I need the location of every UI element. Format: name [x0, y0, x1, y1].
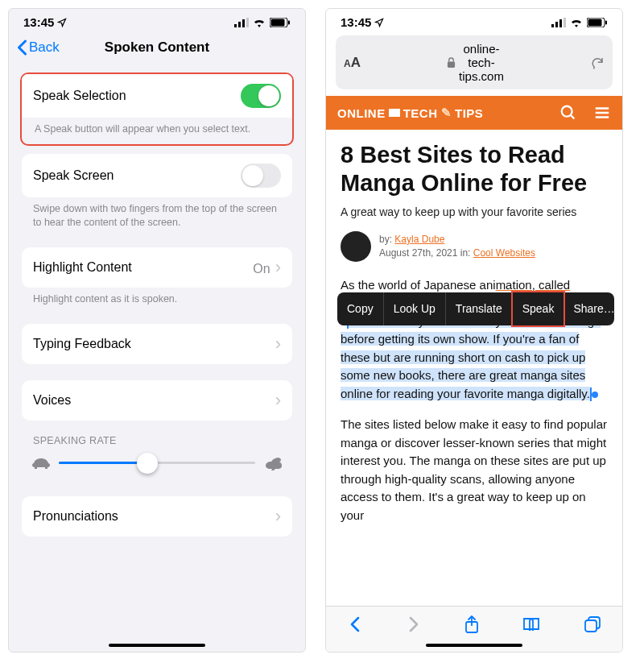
home-indicator[interactable]: [426, 644, 522, 647]
tabs-icon[interactable]: [584, 615, 601, 633]
highlight-content-value: On: [253, 262, 270, 276]
location-icon: [57, 18, 67, 27]
avatar: [341, 231, 371, 262]
nav-bar: Back Spoken Content: [9, 32, 305, 66]
nav-forward-icon: [406, 616, 422, 632]
chevron-right-icon: ›: [275, 390, 281, 411]
article: 8 Best Sites to Read Manga Online for Fr…: [326, 130, 622, 524]
pronunciations-label: Pronunciations: [33, 509, 118, 524]
back-label: Back: [29, 39, 60, 56]
paragraph-1[interactable]: As the world of Japanese animation, call…: [341, 276, 608, 404]
speak-selection-highlight: Speak Selection A Speak button will appe…: [20, 73, 294, 146]
back-button[interactable]: Back: [17, 39, 60, 56]
signal-icon: [551, 18, 566, 27]
svg-rect-12: [588, 19, 602, 26]
signal-icon: [234, 18, 249, 27]
chevron-right-icon: ›: [275, 506, 281, 527]
search-icon[interactable]: [559, 104, 577, 122]
url-domain: online-tech-tips.com: [459, 42, 504, 83]
voices-label: Voices: [33, 393, 71, 408]
selected-text: . Almost every anime usually starts as a…: [341, 314, 601, 400]
safari-screen: 13:45 AA online-tech-tips.com ONLINE TEC…: [325, 8, 623, 653]
share-icon[interactable]: [464, 615, 480, 634]
text-selection-menu: Copy Look Up Translate Speak Share…: [337, 292, 614, 325]
wifi-icon: [570, 18, 583, 27]
speaking-rate-header: SPEAKING RATE: [9, 421, 305, 450]
svg-rect-7: [551, 24, 554, 27]
selection-end-handle[interactable]: [592, 392, 598, 398]
svg-rect-14: [448, 62, 455, 68]
copy-button[interactable]: Copy: [337, 292, 384, 325]
nav-back-icon[interactable]: [347, 616, 363, 632]
battery-icon: [270, 18, 291, 27]
speak-screen-row[interactable]: Speak Screen: [22, 154, 292, 197]
location-icon: [374, 18, 384, 27]
category-link[interactable]: Cool Websites: [473, 247, 535, 259]
highlight-content-footer: Highlight content as it is spoken.: [9, 288, 305, 316]
chevron-left-icon: [17, 39, 27, 56]
svg-rect-9: [559, 19, 562, 27]
speak-screen-footer: Swipe down with two fingers from the top…: [9, 197, 305, 239]
reader-button[interactable]: AA: [344, 55, 361, 71]
status-time: 13:45: [23, 15, 54, 29]
address-bar[interactable]: AA online-tech-tips.com: [336, 35, 613, 89]
article-title: 8 Best Sites to Read Manga Online for Fr…: [341, 141, 608, 197]
svg-rect-22: [585, 620, 597, 632]
svg-point-15: [562, 106, 572, 117]
svg-rect-5: [271, 19, 285, 26]
slider-thumb[interactable]: [137, 453, 158, 474]
paragraph-2: The sites listed below make it easy to f…: [341, 416, 608, 524]
slider-track[interactable]: [59, 462, 255, 464]
svg-rect-6: [288, 20, 290, 24]
svg-rect-1: [238, 22, 241, 27]
share-button[interactable]: Share…: [564, 292, 623, 325]
translate-button[interactable]: Translate: [446, 292, 513, 325]
svg-rect-0: [234, 24, 237, 27]
byline: by: Kayla Dube August 27th, 2021 in: Coo…: [341, 231, 608, 262]
svg-rect-3: [246, 18, 249, 27]
svg-rect-13: [605, 20, 607, 24]
article-subtitle: A great way to keep up with your favorit…: [341, 205, 608, 218]
hamburger-icon[interactable]: [593, 104, 611, 122]
status-time: 13:45: [341, 15, 371, 29]
svg-rect-10: [564, 18, 566, 27]
chevron-right-icon: ›: [275, 257, 281, 277]
speak-screen-toggle[interactable]: [241, 164, 281, 188]
logo-square-icon: [389, 109, 400, 117]
speak-selection-row[interactable]: Speak Selection: [22, 74, 292, 118]
lock-icon: [447, 57, 456, 68]
wifi-icon: [253, 18, 266, 27]
highlight-content-label: Highlight Content: [33, 260, 132, 275]
status-bar: 13:45: [326, 9, 622, 32]
lookup-button[interactable]: Look Up: [384, 292, 446, 325]
speak-selection-toggle[interactable]: [241, 84, 281, 108]
status-bar: 13:45: [9, 9, 305, 32]
bookmarks-icon[interactable]: [522, 616, 541, 632]
author-link[interactable]: Kayla Dube: [394, 234, 444, 245]
svg-line-16: [571, 115, 575, 119]
tortoise-icon: [31, 456, 51, 470]
home-indicator[interactable]: [109, 644, 205, 647]
speak-selection-footer: A Speak button will appear when you sele…: [22, 118, 292, 144]
site-logo[interactable]: ONLINE TECH ✎ TIPS: [337, 106, 483, 120]
chevron-right-icon: ›: [275, 334, 281, 354]
typing-feedback-row[interactable]: Typing Feedback ›: [22, 324, 292, 364]
rabbit-icon: [263, 456, 283, 470]
battery-icon: [587, 18, 608, 27]
svg-rect-2: [242, 19, 245, 27]
speak-button[interactable]: Speak: [511, 291, 566, 327]
typing-feedback-label: Typing Feedback: [33, 337, 131, 351]
settings-screen: 13:45 Back Spoken Content Speak Selectio…: [8, 8, 306, 653]
svg-rect-8: [555, 22, 558, 27]
refresh-icon[interactable]: [590, 56, 605, 70]
pronunciations-row[interactable]: Pronunciations ›: [22, 496, 292, 537]
voices-row[interactable]: Voices ›: [22, 380, 292, 421]
speak-screen-label: Speak Screen: [33, 168, 114, 183]
speaking-rate-slider[interactable]: [9, 450, 305, 480]
highlight-content-row[interactable]: Highlight Content On›: [22, 247, 292, 288]
speak-selection-label: Speak Selection: [33, 89, 126, 103]
site-header: ONLINE TECH ✎ TIPS: [326, 96, 622, 130]
